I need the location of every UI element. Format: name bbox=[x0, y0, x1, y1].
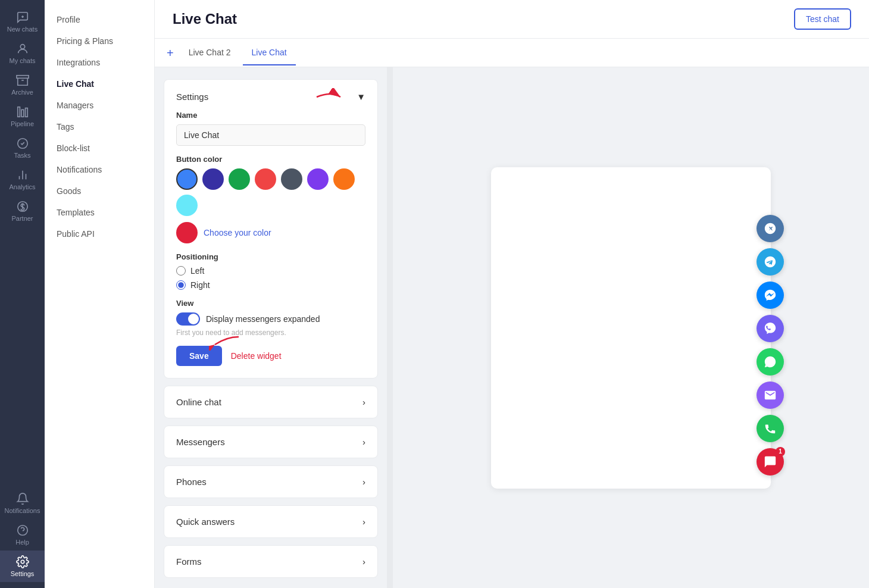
radio-positioning: Left Right bbox=[176, 266, 365, 290]
sidebar-item-pipeline[interactable]: Pipeline bbox=[0, 101, 45, 132]
widget-btn-vk[interactable] bbox=[757, 215, 784, 242]
widget-btn-phone[interactable] bbox=[757, 415, 784, 442]
sidebar-label-new-chats: New chats bbox=[7, 26, 37, 33]
check-circle-icon bbox=[16, 137, 29, 150]
forms-card[interactable]: Forms › bbox=[164, 545, 378, 578]
widget-btn-chat[interactable]: 1 bbox=[757, 448, 784, 476]
toggle-row: Display messengers expanded bbox=[176, 312, 365, 326]
color-swatch-dark-gray[interactable] bbox=[281, 168, 302, 190]
question-icon bbox=[16, 524, 29, 537]
dollar-icon bbox=[16, 200, 29, 213]
chevron-right-icon-forms: › bbox=[362, 556, 365, 567]
nav-item-profile[interactable]: Profile bbox=[45, 9, 154, 30]
chevron-right-icon-online-chat: › bbox=[362, 397, 365, 407]
color-swatch-dark-blue[interactable] bbox=[202, 168, 224, 190]
radio-right[interactable]: Right bbox=[176, 280, 365, 290]
nav-item-live-chat[interactable]: Live Chat bbox=[45, 73, 154, 95]
color-swatch-red[interactable] bbox=[255, 168, 276, 190]
chat-download-icon bbox=[16, 11, 29, 24]
svg-rect-3 bbox=[16, 76, 28, 79]
sidebar-item-my-chats[interactable]: My chats bbox=[0, 37, 45, 69]
nav-item-notifications[interactable]: Notifications bbox=[45, 159, 154, 180]
sidebar-label-pipeline: Pipeline bbox=[11, 120, 34, 127]
color-swatch-light-blue[interactable] bbox=[176, 195, 198, 216]
settings-card: Settings ▼ Name Button color bbox=[164, 79, 378, 379]
nav-item-integrations[interactable]: Integrations bbox=[45, 52, 154, 73]
radio-left[interactable]: Left bbox=[176, 266, 365, 276]
widget-btn-telegram[interactable] bbox=[757, 248, 784, 276]
nav-item-public-api[interactable]: Public API bbox=[45, 223, 154, 245]
nav-menu: Profile Pricing & Plans Integrations Liv… bbox=[45, 0, 155, 588]
quick-answers-card[interactable]: Quick answers › bbox=[164, 505, 378, 538]
add-tab-button[interactable]: + bbox=[167, 47, 174, 59]
color-swatch-orange[interactable] bbox=[333, 168, 355, 190]
sidebar-label-tasks: Tasks bbox=[14, 152, 30, 159]
sidebar-item-analytics[interactable]: Analytics bbox=[0, 164, 45, 195]
phone-icon bbox=[764, 422, 777, 435]
widget-btn-whatsapp[interactable] bbox=[757, 348, 784, 376]
sidebar-label-analytics: Analytics bbox=[9, 183, 35, 190]
color-swatch-green[interactable] bbox=[229, 168, 250, 190]
settings-panel: Settings ▼ Name Button color bbox=[155, 67, 387, 588]
sidebar-label-my-chats: My chats bbox=[9, 57, 35, 64]
preview-frame: 1 bbox=[491, 167, 771, 489]
nav-item-pricing[interactable]: Pricing & Plans bbox=[45, 30, 154, 52]
quick-answers-label: Quick answers bbox=[176, 517, 235, 527]
svg-point-14 bbox=[17, 526, 27, 536]
nav-item-block-list[interactable]: Block-list bbox=[45, 137, 154, 159]
name-input[interactable] bbox=[176, 124, 365, 146]
widget-btn-viber[interactable] bbox=[757, 315, 784, 342]
toggle-messengers-expanded[interactable] bbox=[176, 312, 200, 326]
gear-icon bbox=[16, 555, 29, 568]
sidebar-item-partner[interactable]: Partner bbox=[0, 195, 45, 227]
online-chat-card[interactable]: Online chat › bbox=[164, 386, 378, 418]
widget-btn-email[interactable] bbox=[757, 381, 784, 409]
tab-live-chat[interactable]: Live Chat bbox=[243, 40, 296, 65]
widget-buttons-container: 1 bbox=[757, 215, 784, 476]
chevron-right-icon-messengers: › bbox=[362, 437, 365, 447]
test-chat-button[interactable]: Test chat bbox=[794, 8, 851, 30]
custom-color-circle bbox=[176, 222, 198, 243]
chat-badge: 1 bbox=[776, 447, 785, 456]
sidebar-item-archive[interactable]: Archive bbox=[0, 69, 45, 101]
page-title: Live Chat bbox=[173, 11, 237, 27]
bar-chart-icon bbox=[16, 168, 29, 182]
sidebar-item-new-chats[interactable]: New chats bbox=[0, 6, 45, 37]
custom-color-row[interactable]: Choose your color bbox=[176, 222, 365, 243]
chevron-down-icon: ▼ bbox=[357, 92, 365, 102]
messengers-card[interactable]: Messengers › bbox=[164, 426, 378, 458]
delete-widget-button[interactable]: Delete widget bbox=[231, 351, 282, 361]
bell-icon bbox=[16, 492, 29, 505]
arrow-to-chevron bbox=[314, 88, 346, 106]
chevron-right-icon-phones: › bbox=[362, 477, 365, 487]
view-label: View bbox=[176, 299, 365, 308]
nav-item-managers[interactable]: Managers bbox=[45, 95, 154, 116]
sidebar-item-settings[interactable]: Settings bbox=[0, 551, 45, 582]
arrow-to-save bbox=[209, 334, 242, 351]
tab-bar: + Live Chat 2 Live Chat bbox=[155, 39, 869, 67]
radio-right-label: Right bbox=[190, 280, 210, 290]
svg-point-16 bbox=[21, 560, 24, 564]
color-swatch-blue[interactable] bbox=[176, 168, 198, 190]
color-swatch-purple[interactable] bbox=[307, 168, 329, 190]
archive-icon bbox=[16, 74, 29, 87]
settings-card-header[interactable]: Settings ▼ bbox=[176, 92, 365, 102]
messengers-label: Messengers bbox=[176, 437, 225, 447]
email-icon bbox=[764, 389, 777, 402]
toggle-label: Display messengers expanded bbox=[206, 314, 320, 324]
sidebar-item-tasks[interactable]: Tasks bbox=[0, 132, 45, 164]
nav-item-templates[interactable]: Templates bbox=[45, 202, 154, 223]
content-area: Settings ▼ Name Button color bbox=[155, 67, 869, 588]
widget-btn-messenger[interactable] bbox=[757, 282, 784, 309]
radio-left-input[interactable] bbox=[176, 266, 186, 276]
sidebar-item-notifications[interactable]: Notifications bbox=[0, 487, 45, 519]
settings-section-title: Settings bbox=[176, 92, 208, 102]
nav-item-tags[interactable]: Tags bbox=[45, 116, 154, 137]
phones-card[interactable]: Phones › bbox=[164, 465, 378, 498]
vk-icon bbox=[764, 222, 777, 235]
svg-rect-5 bbox=[17, 107, 20, 117]
tab-live-chat-2[interactable]: Live Chat 2 bbox=[180, 40, 240, 65]
nav-item-goods[interactable]: Goods bbox=[45, 180, 154, 202]
radio-right-input[interactable] bbox=[176, 280, 186, 290]
sidebar-item-help[interactable]: Help bbox=[0, 519, 45, 551]
